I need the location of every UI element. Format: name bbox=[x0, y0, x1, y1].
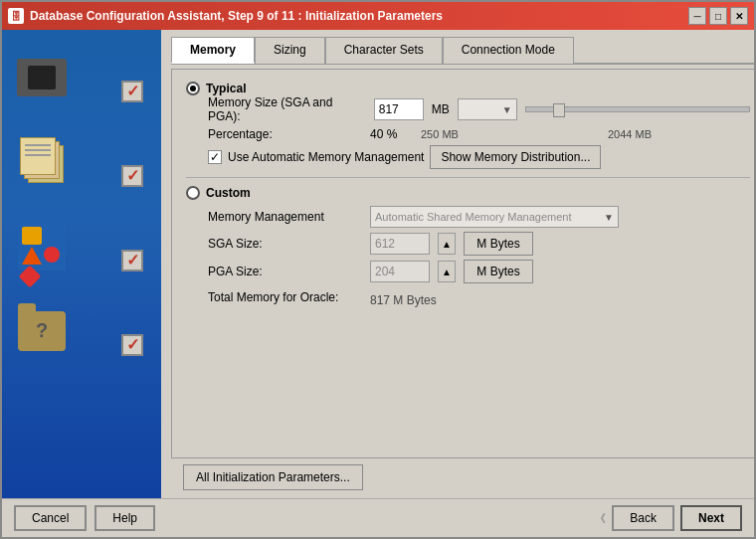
footer: Cancel Help 《 Back Next bbox=[2, 498, 754, 537]
window-title: Database Configuration Assistant, Step 9… bbox=[30, 9, 688, 23]
percentage-value: 40 % bbox=[370, 127, 405, 141]
back-button[interactable]: Back bbox=[612, 505, 674, 531]
sga-unit-button[interactable]: M Bytes bbox=[464, 232, 533, 256]
typical-radio-row: Typical bbox=[186, 82, 750, 95]
dropdown-arrow-icon: ▼ bbox=[502, 104, 512, 115]
sidebar-item-shapes bbox=[12, 219, 151, 273]
cancel-button[interactable]: Cancel bbox=[14, 505, 87, 531]
memory-size-label: Memory Size (SGA and PGA): bbox=[208, 95, 366, 123]
custom-radio-row: Custom bbox=[186, 186, 750, 200]
total-value: 817 M Bytes bbox=[370, 293, 437, 307]
pga-size-row: PGA Size: ▲ M Bytes bbox=[208, 260, 750, 283]
custom-section: Memory Management Automatic Shared Memor… bbox=[208, 206, 750, 307]
folder-q-icon-container: ? bbox=[12, 303, 72, 358]
minimize-button[interactable]: ─ bbox=[688, 7, 706, 25]
sidebar-checkbox-folder-q[interactable] bbox=[121, 334, 143, 356]
title-bar: 🗄 Database Configuration Assistant, Step… bbox=[2, 2, 754, 30]
tab-sizing[interactable]: Sizing bbox=[255, 37, 325, 64]
sidebar-checkbox-shapes[interactable] bbox=[121, 250, 143, 271]
sidebar: ? bbox=[2, 30, 161, 498]
sga-input bbox=[370, 233, 430, 255]
sidebar-checkbox-chip[interactable] bbox=[121, 81, 143, 102]
slider-min: 250 MB bbox=[421, 128, 471, 140]
slider-thumb[interactable] bbox=[553, 103, 565, 117]
custom-label: Custom bbox=[206, 186, 251, 200]
maximize-button[interactable]: □ bbox=[709, 7, 727, 25]
main-content: ? Memory Sizing Character Sets Connectio… bbox=[2, 30, 754, 498]
sidebar-item-folder-q: ? bbox=[12, 303, 151, 358]
sidebar-item-chip bbox=[12, 50, 151, 104]
sga-label: SGA Size: bbox=[208, 237, 362, 251]
show-memory-distribution-button[interactable]: Show Memory Distribution... bbox=[430, 145, 601, 169]
auto-memory-checkbox[interactable]: ✓ bbox=[208, 150, 222, 164]
memory-mgmt-arrow-icon: ▼ bbox=[604, 212, 614, 223]
title-bar-buttons: ─ □ ✕ bbox=[688, 7, 748, 25]
percentage-row: Percentage: 40 % 250 MB 2044 MB bbox=[208, 127, 750, 141]
next-button[interactable]: Next bbox=[680, 505, 742, 531]
percentage-label: Percentage: bbox=[208, 127, 362, 141]
folder-icon-container bbox=[12, 134, 72, 189]
memory-unit-dropdown[interactable]: ▼ bbox=[458, 98, 517, 120]
memory-mgmt-label: Memory Management bbox=[208, 210, 362, 224]
custom-radio[interactable] bbox=[186, 186, 200, 200]
back-arrow-icon: 《 bbox=[595, 511, 606, 526]
footer-right: 《 Back Next bbox=[595, 505, 742, 531]
memory-slider[interactable] bbox=[525, 106, 750, 112]
tab-character-sets[interactable]: Character Sets bbox=[325, 37, 443, 64]
memory-unit: MB bbox=[432, 102, 450, 116]
total-label: Total Memory for Oracle: bbox=[208, 290, 362, 304]
main-window: 🗄 Database Configuration Assistant, Step… bbox=[0, 0, 756, 539]
shapes-icon-container bbox=[12, 219, 72, 273]
memory-size-input[interactable] bbox=[374, 98, 424, 120]
sga-spinner-up[interactable]: ▲ bbox=[438, 233, 456, 255]
pga-label: PGA Size: bbox=[208, 265, 362, 278]
tab-connection-mode[interactable]: Connection Mode bbox=[443, 37, 574, 64]
auto-memory-row: ✓ Use Automatic Memory Management Show M… bbox=[208, 145, 750, 169]
memory-size-row: Memory Size (SGA and PGA): MB ▼ bbox=[208, 95, 750, 123]
tab-memory[interactable]: Memory bbox=[171, 37, 255, 64]
close-button[interactable]: ✕ bbox=[730, 7, 748, 25]
chip-icon-container bbox=[12, 50, 72, 104]
memory-mgmt-dropdown[interactable]: Automatic Shared Memory Management ▼ bbox=[370, 206, 619, 228]
footer-left: Cancel Help bbox=[14, 505, 155, 531]
pga-unit-button[interactable]: M Bytes bbox=[464, 260, 533, 283]
chip-icon bbox=[17, 59, 67, 96]
typical-radio[interactable] bbox=[186, 82, 200, 95]
tab-bar: Memory Sizing Character Sets Connection … bbox=[171, 36, 754, 65]
sga-size-row: SGA Size: ▲ M Bytes bbox=[208, 232, 750, 256]
memory-mgmt-value: Automatic Shared Memory Management bbox=[375, 211, 571, 223]
all-params-button[interactable]: All Initialization Parameters... bbox=[183, 464, 363, 490]
typical-label: Typical bbox=[206, 82, 246, 95]
slider-max: 2044 MB bbox=[608, 128, 652, 140]
total-memory-row: Total Memory for Oracle: 817 M Bytes bbox=[208, 287, 750, 307]
sidebar-checkbox-folder[interactable] bbox=[121, 165, 143, 187]
auto-memory-label: Use Automatic Memory Management bbox=[228, 150, 424, 164]
pga-spinner-up[interactable]: ▲ bbox=[438, 261, 456, 282]
folder-q-icon: ? bbox=[18, 311, 66, 351]
sidebar-item-folder bbox=[12, 134, 151, 189]
section-divider bbox=[186, 177, 750, 178]
pga-input bbox=[370, 261, 430, 282]
form-area: Typical Memory Size (SGA and PGA): MB ▼ bbox=[171, 69, 754, 458]
window-icon: 🗄 bbox=[8, 8, 24, 24]
bottom-area: All Initialization Parameters... bbox=[171, 458, 754, 494]
help-button[interactable]: Help bbox=[94, 505, 155, 531]
typical-section: Memory Size (SGA and PGA): MB ▼ bbox=[208, 95, 750, 169]
memory-mgmt-row: Memory Management Automatic Shared Memor… bbox=[208, 206, 750, 228]
